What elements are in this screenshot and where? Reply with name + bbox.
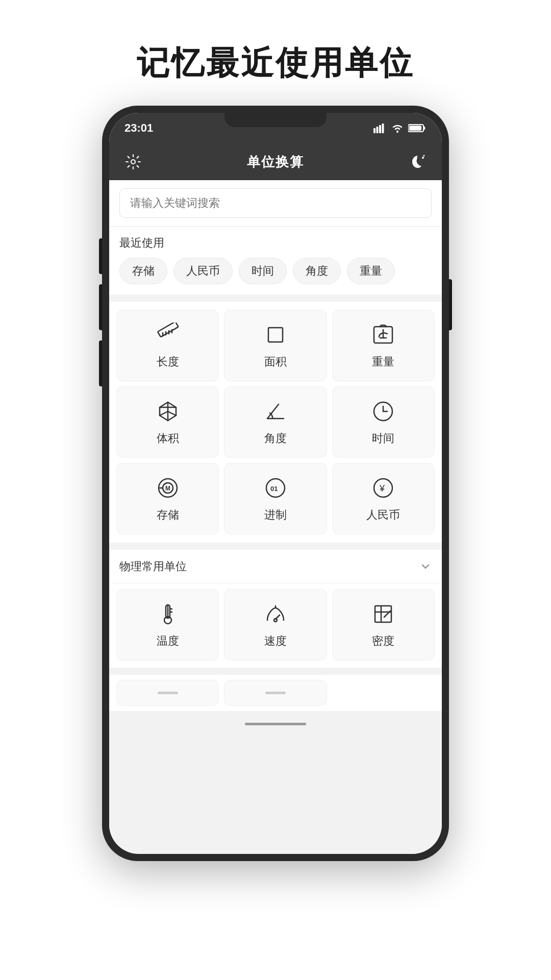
svg-rect-10: [158, 323, 179, 337]
grid-label-angle: 角度: [264, 431, 287, 446]
density-icon: [370, 601, 396, 627]
grid-item-currency[interactable]: ¥ 人民币: [332, 463, 435, 534]
page-title-section: 记忆最近使用单位: [0, 0, 551, 106]
grid-label-speed: 速度: [264, 633, 287, 649]
speed-icon: [262, 601, 289, 627]
grid-item-area[interactable]: 面积: [224, 310, 327, 381]
header-title: 单位换算: [247, 153, 304, 171]
ruler-icon: [155, 322, 181, 348]
grid-item-numbase[interactable]: 01 进制: [224, 463, 327, 534]
grid-item-extra2[interactable]: [224, 680, 327, 706]
settings-button[interactable]: [123, 152, 143, 172]
scale-icon: [370, 322, 396, 348]
signal-icon: [373, 123, 387, 133]
physics-header[interactable]: 物理常用单位: [109, 550, 442, 584]
storage-icon: M: [155, 475, 181, 501]
svg-point-43: [274, 619, 277, 622]
chevron-down-icon: [419, 560, 432, 573]
svg-point-9: [423, 155, 425, 157]
grid-label-currency: 人民币: [366, 507, 400, 523]
box-icon: [155, 398, 181, 425]
chip-angle[interactable]: 角度: [293, 258, 341, 284]
grid-label-density: 密度: [372, 633, 394, 649]
grid-label-numbase: 进制: [264, 507, 287, 523]
recent-chips: 存储 人民币 时间 角度 重量: [119, 258, 432, 284]
chip-storage[interactable]: 存储: [119, 258, 167, 284]
numbase-icon: 01: [262, 475, 289, 501]
recent-label: 最近使用: [119, 235, 432, 251]
grid-label-area: 面积: [264, 354, 287, 370]
svg-rect-6: [409, 126, 421, 131]
grid-item-time[interactable]: 时间: [332, 386, 435, 458]
night-mode-button[interactable]: [408, 152, 428, 172]
svg-rect-15: [268, 328, 283, 342]
status-icons: [373, 123, 427, 133]
bottom-area: [109, 711, 442, 737]
power-button: [449, 279, 452, 330]
mute-button: [99, 238, 102, 274]
category-grid: 长度 面积: [116, 310, 435, 534]
grid-item-angle[interactable]: 角度: [224, 386, 327, 458]
svg-rect-3: [382, 124, 384, 133]
svg-text:M: M: [165, 485, 170, 492]
grid-item-density[interactable]: 密度: [332, 589, 435, 660]
grid-item-extra1[interactable]: [116, 680, 219, 706]
svg-line-21: [160, 411, 168, 415]
physics-grid: 温度 速度: [109, 584, 442, 668]
page-title: 记忆最近使用单位: [137, 44, 414, 81]
grid-item-temperature[interactable]: 温度: [116, 589, 219, 660]
svg-point-7: [131, 160, 135, 164]
svg-point-8: [422, 157, 424, 159]
recent-section: 最近使用 存储 人民币 时间 角度 重量: [109, 227, 442, 295]
svg-rect-0: [373, 128, 375, 133]
svg-text:¥: ¥: [379, 483, 385, 494]
grid-item-volume[interactable]: 体积: [116, 386, 219, 458]
volume-down-button: [99, 340, 102, 386]
grid-label-weight: 重量: [372, 354, 394, 370]
battery-icon: [408, 123, 427, 133]
status-time: 23:01: [124, 121, 153, 135]
main-grid-section: 长度 面积: [109, 302, 442, 543]
grid-item-weight[interactable]: 重量: [332, 310, 435, 381]
yuan-icon: ¥: [370, 475, 396, 501]
svg-point-4: [396, 131, 398, 133]
grid-item-speed[interactable]: 速度: [224, 589, 327, 660]
clock-icon: [370, 398, 396, 425]
svg-rect-44: [375, 606, 391, 622]
physics-label: 物理常用单位: [119, 559, 187, 574]
svg-rect-1: [377, 127, 379, 133]
phone-screen: 23:01: [109, 113, 442, 854]
grid-label-time: 时间: [372, 431, 394, 446]
grid-label-volume: 体积: [157, 431, 179, 446]
chip-currency[interactable]: 人民币: [173, 258, 233, 284]
home-indicator: [245, 723, 306, 725]
volume-up-button: [99, 284, 102, 330]
grid-label-storage: 存储: [157, 507, 179, 523]
grid-label-temperature: 温度: [157, 633, 179, 649]
main-content: 最近使用 存储 人民币 时间 角度 重量: [109, 180, 442, 854]
physics-section: 物理常用单位: [109, 550, 442, 668]
wifi-icon: [391, 123, 404, 133]
angle-icon: [262, 398, 289, 425]
grid-label-length: 长度: [157, 354, 179, 370]
svg-text:01: 01: [270, 485, 278, 493]
app-header: 单位换算: [109, 143, 442, 180]
search-input[interactable]: [119, 188, 432, 218]
phone-frame: 23:01: [102, 106, 449, 861]
chip-weight[interactable]: 重量: [347, 258, 395, 284]
svg-rect-2: [379, 125, 381, 133]
grid-item-storage[interactable]: M 存储: [116, 463, 219, 534]
thermometer-icon: [155, 601, 181, 627]
grid-item-length[interactable]: 长度: [116, 310, 219, 381]
phone-notch: [224, 113, 327, 127]
chip-time[interactable]: 时间: [239, 258, 287, 284]
square-icon: [262, 322, 289, 348]
svg-line-22: [168, 411, 176, 415]
search-section: [109, 180, 442, 226]
